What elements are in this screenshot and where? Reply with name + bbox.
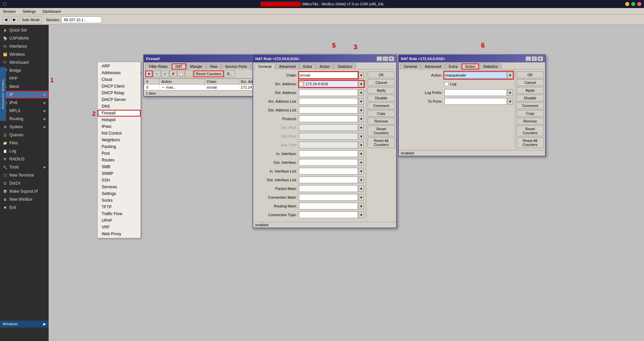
- sidebar-item-tools[interactable]: 🔧 Tools ▶: [0, 163, 49, 171]
- reset-counters-button[interactable]: Reset Counters: [194, 70, 224, 77]
- copy-rule-button[interactable]: 📋: [177, 70, 185, 77]
- nat5-copy-button[interactable]: Copy: [368, 110, 395, 117]
- submenu-packing[interactable]: Packing: [98, 143, 141, 150]
- nat5-reset-counters-button[interactable]: Reset Counters: [368, 126, 395, 136]
- sidebar-item-system[interactable]: ⚙ System ▶: [0, 123, 49, 131]
- dst-address-list-input[interactable]: [299, 107, 358, 113]
- sidebar-item-files[interactable]: 📁 Files: [0, 139, 49, 147]
- forward-button[interactable]: ▶: [11, 16, 18, 23]
- submenu-firewall[interactable]: Firewall: [98, 110, 141, 116]
- submenu-upnp[interactable]: UPnP: [98, 217, 141, 224]
- nat6-tab-advanced[interactable]: Advanced: [421, 63, 445, 69]
- in-interface-input[interactable]: [299, 150, 358, 157]
- out-interface-list-dropdown[interactable]: ▼: [359, 177, 364, 183]
- dst-port-dropdown[interactable]: ▼: [359, 133, 364, 140]
- submenu-dhcp-server[interactable]: DHCP Server: [98, 96, 141, 103]
- maximize-button[interactable]: [631, 2, 635, 6]
- nat5-minimize[interactable]: _: [377, 56, 382, 61]
- sidebar-item-radius[interactable]: R RADIUS: [0, 155, 49, 163]
- nat5-cancel-button[interactable]: Cancel: [368, 79, 395, 86]
- src-address-dropdown[interactable]: ▼: [359, 81, 364, 87]
- submenu-settings[interactable]: Settings: [98, 190, 141, 197]
- nat6-apply-button[interactable]: Apply: [517, 87, 544, 94]
- nat6-minimize[interactable]: _: [526, 56, 531, 61]
- window-controls[interactable]: [625, 2, 641, 6]
- packet-mark-dropdown[interactable]: ▼: [359, 185, 364, 192]
- src-address-input[interactable]: [304, 81, 358, 87]
- sidebar-item-new-terminal[interactable]: ⬛ New Terminal: [0, 171, 49, 179]
- submenu-routes[interactable]: Routes: [98, 157, 141, 163]
- connection-mark-input[interactable]: [299, 194, 358, 201]
- nat6-tab-general[interactable]: General: [400, 63, 421, 69]
- filter-button[interactable]: ⚡: [185, 70, 193, 77]
- log-prefix-input[interactable]: [444, 89, 507, 96]
- sidebar-item-ppp[interactable]: ↔ PPP: [0, 75, 49, 83]
- log-prefix-dropdown[interactable]: ▼: [507, 89, 513, 96]
- tab-mangle[interactable]: Mangle: [186, 63, 206, 69]
- submenu-addresses[interactable]: Addresses: [98, 69, 141, 76]
- submenu-ipsec[interactable]: IPsec: [98, 123, 141, 130]
- routing-mark-input[interactable]: [299, 203, 358, 209]
- submenu-cloud[interactable]: Cloud: [98, 76, 141, 83]
- sidebar-item-mesh[interactable]: ⬡ Mesh: [0, 83, 49, 91]
- tab-raw[interactable]: Raw: [206, 63, 221, 69]
- nat6-disable-button[interactable]: Disable: [517, 95, 544, 101]
- sidebar-item-wireless[interactable]: 📶 Wireless: [0, 50, 49, 58]
- menu-settings[interactable]: Settings: [21, 9, 37, 14]
- submenu-kid-control[interactable]: Kid Control: [98, 130, 141, 137]
- sidebar-item-interfaces[interactable]: 🔌 Interfaces: [0, 42, 49, 50]
- close-button[interactable]: [637, 2, 641, 6]
- nat6-copy-button[interactable]: Copy: [517, 110, 544, 117]
- protocol-dropdown[interactable]: ▼: [359, 115, 364, 122]
- chain-input[interactable]: [299, 72, 358, 79]
- log-checkbox[interactable]: [444, 82, 449, 86]
- nat6-tab-action[interactable]: Action: [462, 63, 479, 69]
- to-ports-dropdown[interactable]: ▼: [507, 98, 513, 105]
- protocol-input[interactable]: [299, 115, 358, 122]
- menu-session[interactable]: Session: [1, 9, 17, 14]
- nat5-tab-action[interactable]: Action: [316, 63, 334, 69]
- out-interface-input[interactable]: [299, 159, 358, 166]
- in-interface-list-dropdown[interactable]: ▼: [359, 168, 364, 175]
- src-port-input[interactable]: [299, 124, 358, 131]
- tab-service-ports[interactable]: Service Ports: [221, 63, 251, 69]
- sidebar-item-wireguard[interactable]: 🛡 WireGuard: [0, 58, 49, 66]
- sidebar-item-queues[interactable]: Q Queues: [0, 131, 49, 139]
- sidebar-item-make-supout[interactable]: 📦 Make Supout.rif: [0, 187, 49, 195]
- dst-port-input[interactable]: [299, 133, 358, 140]
- nat6-close[interactable]: ✕: [538, 56, 543, 61]
- submenu-dhcp-client[interactable]: DHCP Client: [98, 83, 141, 90]
- submenu-ssh[interactable]: SSH: [98, 177, 141, 184]
- connection-mark-dropdown[interactable]: ▼: [359, 194, 364, 201]
- remove-rule-button[interactable]: −: [153, 70, 161, 77]
- nat6-tab-extra[interactable]: Extra: [445, 63, 461, 69]
- sidebar-item-dot1x[interactable]: D Dot1X: [0, 179, 49, 187]
- action-input[interactable]: [444, 72, 507, 79]
- sidebar-item-bridge[interactable]: 🔗 Bridge: [0, 66, 49, 75]
- in-interface-dropdown[interactable]: ▼: [359, 150, 364, 157]
- add-rule-button[interactable]: +: [145, 70, 153, 77]
- back-button[interactable]: ◀: [2, 16, 9, 23]
- sidebar-item-mpls[interactable]: M MPLS ▶: [0, 107, 49, 115]
- submenu-pool[interactable]: Pool: [98, 150, 141, 157]
- nat5-window-controls[interactable]: _ □ ✕: [377, 56, 394, 61]
- minimize-button[interactable]: [625, 2, 629, 6]
- out-interface-dropdown[interactable]: ▼: [359, 159, 364, 166]
- nat5-comment-button[interactable]: Comment: [368, 102, 395, 109]
- in-interface-list-input[interactable]: [299, 168, 358, 175]
- sidebar-item-capsman[interactable]: 📡 CAPsMAN: [0, 34, 49, 42]
- nat5-apply-button[interactable]: Apply: [368, 87, 395, 94]
- sidebar-item-new-winbox[interactable]: 🖥 New WinBox: [0, 195, 49, 203]
- nat5-disable-button[interactable]: Disable: [368, 95, 395, 101]
- packet-mark-input[interactable]: [299, 185, 358, 192]
- nat5-tab-statistics[interactable]: Statistics: [334, 63, 356, 69]
- tab-nat[interactable]: NAT: [172, 63, 186, 69]
- submenu-traffic-flow[interactable]: Traffic Flow: [98, 210, 141, 217]
- nat5-ok-button[interactable]: OK: [368, 71, 395, 78]
- safe-mode-button[interactable]: Safe Mode: [19, 16, 42, 23]
- any-port-input[interactable]: [299, 142, 358, 148]
- connection-type-input[interactable]: [299, 211, 358, 218]
- sidebar-item-log[interactable]: 📋 Log: [0, 147, 49, 155]
- windows-section[interactable]: Windows ▶: [0, 321, 49, 328]
- sidebar-item-routing[interactable]: R Routing ▶: [0, 115, 49, 123]
